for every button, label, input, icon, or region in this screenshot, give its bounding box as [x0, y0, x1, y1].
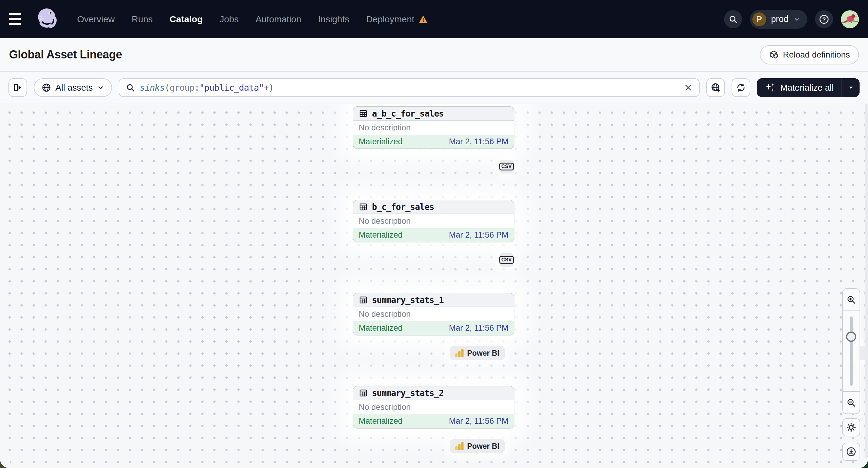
sparkles-icon	[765, 82, 776, 93]
avatar-bird-image	[841, 10, 859, 28]
dagster-logo[interactable]	[35, 7, 60, 32]
help-button[interactable]: ?	[815, 10, 833, 28]
asset-timestamp: Mar 2, 11:56 PM	[449, 137, 508, 146]
graph-query-button[interactable]	[706, 78, 725, 97]
clear-query-button[interactable]	[684, 84, 692, 92]
materialize-all-button[interactable]: Materialize all	[757, 78, 841, 97]
asset-name: summary_stats_2	[372, 388, 444, 398]
zoom-slider-track	[849, 316, 852, 386]
asset-node-a_b_c_for_sales[interactable]: a_b_c_for_sales No description Materiali…	[353, 106, 515, 149]
nav-item-deployment[interactable]: Deployment	[366, 14, 428, 24]
page-title: Global Asset Lineage	[9, 48, 122, 61]
query-token-operator: +	[264, 83, 269, 93]
nav-label: Runs	[132, 14, 153, 24]
zoom-in-button[interactable]	[843, 289, 860, 311]
table-icon	[359, 109, 368, 118]
asset-status: Materialized	[359, 323, 403, 333]
search-button[interactable]	[724, 10, 742, 28]
asset-description: No description	[353, 307, 514, 321]
svg-text:?: ?	[822, 16, 826, 22]
nav-item-runs[interactable]: Runs	[132, 14, 153, 24]
query-token-string: "public_data"	[199, 83, 264, 93]
deployment-name: prod	[771, 14, 788, 24]
nav-item-catalog[interactable]: Catalog	[169, 14, 203, 24]
powerbi-icon	[455, 349, 464, 357]
asset-status: Materialized	[359, 137, 403, 146]
asset-node-summary_stats_2[interactable]: summary_stats_2 No description Materiali…	[353, 386, 515, 429]
gear-icon	[846, 422, 856, 433]
nav-label: Jobs	[220, 14, 239, 24]
asset-node-b_c_for_sales[interactable]: b_c_for_sales No description Materialize…	[353, 200, 515, 243]
asset-status: Materialized	[359, 230, 403, 240]
nav-label: Catalog	[169, 14, 203, 24]
asset-selection-input[interactable]: sinks(group:"public_data"+)	[119, 78, 700, 97]
menu-icon[interactable]	[9, 10, 28, 29]
table-icon	[359, 388, 368, 398]
asset-filter-dropdown[interactable]: All assets	[34, 78, 112, 97]
nav-item-jobs[interactable]: Jobs	[220, 14, 239, 24]
search-icon	[126, 83, 135, 92]
asset-name: a_b_c_for_sales	[372, 109, 444, 119]
deployment-switcher[interactable]: P prod	[750, 10, 807, 29]
close-icon	[684, 84, 692, 92]
lineage-graph-canvas[interactable]: a_b_c_for_sales No description Materiali…	[0, 104, 868, 468]
graph-settings-button[interactable]	[842, 418, 860, 436]
asset-status-row: Materialized Mar 2, 11:56 PM	[353, 135, 514, 149]
zoom-in-icon	[846, 295, 856, 305]
query-token-attribute: group:	[169, 83, 199, 93]
window-corner-left	[0, 458, 10, 468]
asset-status-row: Materialized Mar 2, 11:56 PM	[353, 414, 514, 428]
asset-node-header: a_b_c_for_sales	[353, 107, 514, 121]
powerbi-icon	[455, 442, 464, 450]
help-icon: ?	[819, 14, 829, 24]
refresh-button[interactable]	[732, 78, 750, 97]
asset-node-header: summary_stats_1	[353, 293, 514, 307]
kind-tag-csv[interactable]: CSV	[499, 160, 514, 174]
globe-icon	[41, 83, 51, 92]
canvas-scrollbar[interactable]	[865, 104, 868, 468]
download-graph-button[interactable]	[842, 443, 860, 461]
kind-tag-powerbi[interactable]: Power BI	[450, 439, 505, 453]
open-left-panel-button[interactable]	[8, 78, 27, 97]
asset-status-row: Materialized Mar 2, 11:56 PM	[353, 228, 514, 242]
query-token-function: sinks	[140, 83, 164, 93]
user-avatar[interactable]	[841, 10, 859, 28]
nav-item-insights[interactable]: Insights	[318, 14, 349, 24]
window-corner-right	[858, 458, 868, 468]
zoom-slider-thumb[interactable]	[846, 332, 856, 342]
nav-label: Insights	[318, 14, 349, 24]
asset-timestamp: Mar 2, 11:56 PM	[449, 230, 508, 240]
asset-timestamp: Mar 2, 11:56 PM	[449, 416, 508, 426]
caret-down-icon	[847, 84, 854, 91]
nav-label: Deployment	[366, 14, 414, 24]
deployment-avatar: P	[752, 12, 766, 26]
asset-description: No description	[353, 400, 514, 414]
octopus-logo-icon	[35, 7, 60, 32]
reload-definitions-button[interactable]: Reload definitions	[760, 45, 859, 64]
warning-icon	[418, 15, 428, 24]
asset-timestamp: Mar 2, 11:56 PM	[449, 323, 508, 333]
kind-tag-powerbi[interactable]: Power BI	[450, 346, 505, 360]
reload-codebase-icon	[769, 50, 779, 60]
kind-tag-csv[interactable]: CSV	[499, 253, 514, 267]
chevron-down-icon	[97, 84, 104, 91]
reload-definitions-label: Reload definitions	[783, 50, 850, 60]
topnav-right: P prod ?	[724, 10, 859, 29]
chevron-down-icon	[793, 15, 801, 23]
zoom-out-button[interactable]	[843, 392, 860, 413]
nav-item-overview[interactable]: Overview	[77, 14, 115, 24]
nav-item-automation[interactable]: Automation	[255, 14, 301, 24]
materialize-options-button[interactable]	[842, 78, 860, 97]
app-root: Overview Runs Catalog Jobs Automation In…	[0, 0, 868, 468]
query-token-paren: )	[269, 83, 274, 93]
query-token-paren: (	[164, 83, 169, 93]
asset-node-summary_stats_1[interactable]: summary_stats_1 No description Materiali…	[353, 293, 515, 336]
asset-name: summary_stats_1	[372, 295, 444, 305]
nav-label: Overview	[77, 14, 115, 24]
asset-description: No description	[353, 214, 514, 228]
asset-selection-query: sinks(group:"public_data"+)	[140, 83, 274, 93]
zoom-slider[interactable]	[843, 311, 860, 392]
download-icon	[846, 447, 856, 457]
asset-status-row: Materialized Mar 2, 11:56 PM	[353, 321, 514, 335]
asset-node-header: b_c_for_sales	[353, 200, 514, 214]
